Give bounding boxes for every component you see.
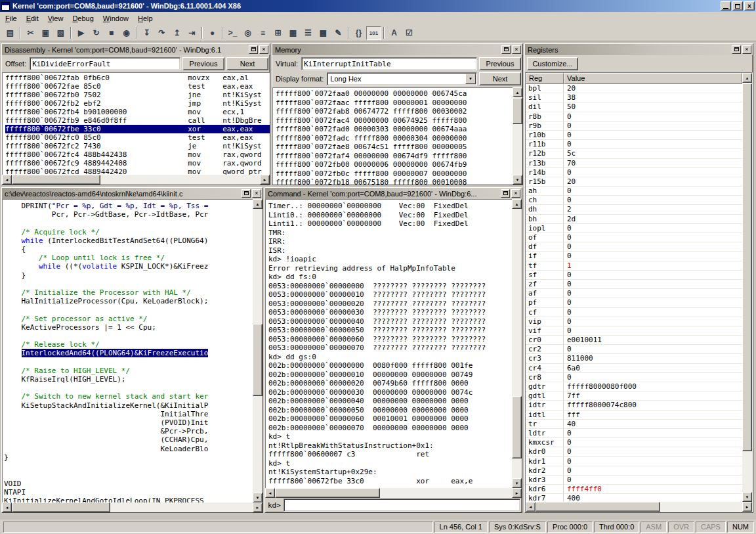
source-line[interactable] (4, 305, 253, 314)
register-value[interactable]: e0010011 (564, 336, 742, 344)
register-value[interactable]: 0 (564, 168, 742, 177)
disassembly-line[interactable]: fffff800`00672fc2 7430 je nt!KiSyst (5, 142, 270, 150)
register-value[interactable]: 0 (564, 131, 742, 139)
menu-item-debug[interactable]: Debug (68, 12, 98, 24)
disassembly-line[interactable]: fffff800`00672fb2 ebf2 jmp nt!KiSyst (5, 99, 270, 108)
register-value[interactable]: 0 (564, 196, 742, 204)
font-icon[interactable]: A (387, 26, 402, 40)
source-line[interactable]: InterlockedAnd64((PLONG64)&KiFreezeExecu… (4, 349, 253, 357)
register-value[interactable]: 0 (564, 122, 742, 130)
command-hscrollbar[interactable]: ◄ ► (265, 488, 522, 498)
source-line[interactable]: /* Initialize the Processor with HAL */ (4, 288, 253, 297)
register-value[interactable]: 2 (564, 205, 742, 213)
source-line[interactable] (4, 280, 253, 288)
memory-close-button[interactable]: × (512, 45, 521, 54)
memory-row[interactable]: fffff800`0072faf4 00000000 00674df9 ffff… (276, 152, 513, 161)
customize-button[interactable]: Customize... (527, 57, 578, 70)
scroll-down-arrow-icon[interactable]: ▼ (742, 492, 752, 502)
menu-item-edit[interactable]: Edit (22, 12, 43, 24)
scroll-up-arrow-icon[interactable]: ▲ (742, 73, 752, 83)
source-line[interactable]: /* Raise to HIGH_LEVEL */ (4, 367, 253, 375)
register-value[interactable]: 0 (564, 289, 742, 298)
insert-remove-breakpoint-icon[interactable]: ● (205, 26, 220, 40)
register-value[interactable]: 0 (564, 233, 742, 242)
register-value[interactable]: 0 (564, 271, 742, 279)
scroll-right-arrow-icon[interactable]: ► (512, 488, 522, 498)
virtual-address-input[interactable] (301, 57, 477, 70)
memory-row[interactable]: fffff800`0072fb0c fffff800 00000007 0000… (276, 169, 513, 179)
register-value[interactable]: 0 (564, 457, 742, 466)
scroll-up-arrow-icon[interactable]: ▲ (513, 87, 522, 97)
minimize-button[interactable] (721, 1, 731, 11)
registers-titlebar[interactable]: Registers × (525, 44, 753, 55)
register-value[interactable]: 0 (564, 140, 742, 148)
disassembly-line[interactable]: fffff800`00672fcd 4889442420 mov qword p… (5, 167, 270, 175)
scroll-right-arrow-icon[interactable]: ► (260, 175, 270, 185)
register-value[interactable]: 5c (564, 149, 742, 158)
scroll-left-arrow-icon[interactable]: ◄ (526, 502, 536, 512)
register-value[interactable]: 0 (564, 224, 742, 233)
source-content[interactable]: DPRINT("Pcr = %p, Gdt = %p, Idt = %p, Ts… (2, 199, 253, 502)
register-value[interactable]: 0 (564, 112, 742, 121)
vscroll-thumb[interactable] (513, 98, 522, 124)
step-over-icon[interactable]: ↷ (154, 26, 169, 40)
source-line[interactable]: DPRINT("Pcr = %p, Gdt = %p, Idt = %p, Ts… (4, 202, 253, 210)
register-value[interactable]: ffff4ff0 (564, 485, 742, 493)
memory-content[interactable]: fffff800`0072faa0 00000000 00000000 0067… (272, 87, 513, 185)
vscroll-thumb[interactable] (512, 396, 522, 458)
disassembly-line[interactable]: fffff800`00672fab 0fb6c0 movzx eax,al (5, 74, 270, 82)
paste-icon[interactable]: ▧ (53, 26, 68, 40)
source-line[interactable]: /* Acquire lock */ (4, 228, 253, 236)
source-line[interactable]: /* Switch to new kernel stack and start … (4, 392, 253, 401)
disassembly-titlebar[interactable]: Disassembly - Kernel 'com:port=COM8,baud… (2, 44, 270, 55)
scratch-pad-icon[interactable]: ✎ (331, 26, 346, 40)
register-value[interactable]: 0 (564, 447, 742, 456)
scroll-down-arrow-icon[interactable]: ▼ (513, 175, 522, 185)
register-value[interactable]: 0 (564, 308, 742, 317)
scroll-left-arrow-icon[interactable]: ◄ (2, 502, 12, 512)
source-line[interactable]: while ((*(volatile KSPIN_LOCK*)&KiFreez (4, 262, 253, 271)
hscroll-thumb[interactable] (275, 488, 380, 498)
step-out-icon[interactable]: ↥ (169, 26, 184, 40)
memory-row[interactable]: fffff800`0072fad0 00000303 00000000 0067… (276, 125, 513, 134)
registers-window-icon[interactable]: ⊞ (270, 26, 285, 40)
register-value[interactable]: 70 (564, 159, 742, 167)
command-output[interactable]: Timer..: 00000000`00000000 Vec:00 FixedD… (265, 199, 512, 488)
source-mode-off-icon[interactable]: 101 (366, 26, 381, 40)
reg-column-header[interactable]: Reg (526, 73, 564, 84)
memory-row[interactable]: fffff800`0072fae8 00674c51 fffff800 0000… (276, 143, 513, 152)
source-line[interactable]: InitialThre (4, 410, 253, 418)
display-format-select[interactable]: Long Hex ▼ (327, 72, 477, 85)
register-value[interactable]: 38 (564, 93, 742, 102)
source-line[interactable]: HalInitializeProcessor(Cpu, KeLoaderBloc… (4, 297, 253, 305)
step-into-icon[interactable]: ↧ (139, 26, 154, 40)
menu-item-help[interactable]: Help (133, 12, 158, 24)
source-line[interactable] (4, 470, 253, 479)
window-titlebar[interactable]: Kernel 'com:port=COM8,baud=921600' - Win… (0, 0, 756, 12)
disassembly-line[interactable]: fffff800`00672fc4 488b442438 mov rax,qwo… (5, 150, 270, 159)
scroll-down-arrow-icon[interactable]: ▼ (512, 478, 522, 488)
source-line[interactable]: VOID (4, 479, 253, 488)
source-hscrollbar[interactable]: ◄ ► (2, 502, 262, 512)
register-value[interactable]: 0 (564, 438, 742, 447)
memory-next-button[interactable]: Next (479, 72, 521, 85)
register-value[interactable]: 0 (564, 345, 742, 353)
command-vscrollbar[interactable]: ▲ ▼ (512, 199, 522, 488)
source-line[interactable]: KeLoaderBlo (4, 445, 253, 453)
command-input[interactable] (284, 499, 520, 512)
registers-vscrollbar[interactable]: ▲ ▼ (742, 73, 752, 502)
disassembly-line[interactable]: fffff800`00672fae 85c0 test eax,eax (5, 82, 270, 91)
menu-item-file[interactable]: File (1, 12, 22, 24)
register-value[interactable]: 811000 (564, 354, 742, 363)
source-line[interactable]: KeActiveProcessors |= 1 << Cpu; (4, 323, 253, 332)
stop-debugging-icon[interactable]: ■ (104, 26, 119, 40)
close-button[interactable]: × (744, 1, 755, 11)
source-line[interactable]: /* Release lock */ (4, 340, 253, 349)
disassembly-line[interactable]: fffff800`00672fb9 e846d0f8ff call nt!Dbg… (5, 116, 270, 125)
register-value[interactable]: 0 (564, 429, 742, 437)
memory-row[interactable]: fffff800`0072fac4 00000000 00674925 ffff… (276, 116, 513, 125)
register-value[interactable]: 20 (564, 84, 742, 93)
scroll-down-arrow-icon[interactable]: ▼ (253, 493, 262, 502)
memory-row[interactable]: fffff800`0072fb18 00675180 fffff800 0001… (276, 178, 513, 185)
hscroll-thumb[interactable] (536, 502, 660, 512)
